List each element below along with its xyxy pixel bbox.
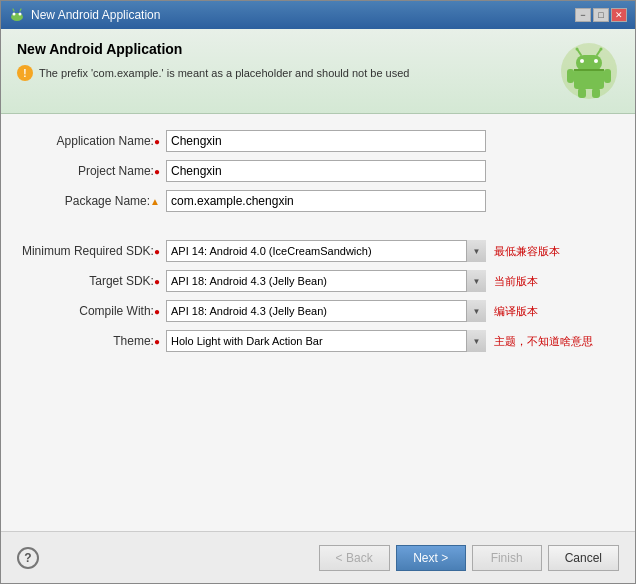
- svg-rect-15: [604, 69, 611, 83]
- form-section: Application Name:● Project Name:● Packag…: [1, 114, 635, 531]
- min-sdk-required: ●: [154, 246, 160, 257]
- theme-select[interactable]: Holo Light with Dark Action BarHolo Dark…: [166, 330, 486, 352]
- next-button[interactable]: Next >: [396, 545, 466, 571]
- svg-point-9: [594, 59, 598, 63]
- window-icon: [9, 7, 25, 23]
- compile-with-select[interactable]: API 14: Android 4.0 (IceCreamSandwich)AP…: [166, 300, 486, 322]
- package-warning-marker: ▲: [150, 196, 160, 207]
- target-sdk-dropdown-wrapper: API 14: Android 4.0 (IceCreamSandwich)AP…: [166, 270, 486, 292]
- theme-row: Theme:● Holo Light with Dark Action BarH…: [21, 330, 615, 352]
- app-name-required: ●: [154, 136, 160, 147]
- title-buttons: − □ ✕: [575, 8, 627, 22]
- svg-rect-17: [592, 88, 600, 98]
- theme-label: Theme:●: [21, 334, 166, 348]
- svg-point-8: [580, 59, 584, 63]
- target-sdk-required: ●: [154, 276, 160, 287]
- footer: ? < Back Next > Finish Cancel: [1, 531, 635, 583]
- target-sdk-label: Target SDK:●: [21, 274, 166, 288]
- min-sdk-label: Minimum Required SDK:●: [21, 244, 166, 258]
- minimize-button[interactable]: −: [575, 8, 591, 22]
- package-name-label: Package Name:▲: [21, 194, 166, 208]
- warning-text: The prefix 'com.example.' is meant as a …: [39, 67, 409, 79]
- theme-required: ●: [154, 336, 160, 347]
- window-title: New Android Application: [31, 8, 160, 22]
- app-name-row: Application Name:●: [21, 130, 615, 152]
- min-sdk-dropdown-wrapper: API 14: Android 4.0 (IceCreamSandwich)AP…: [166, 240, 486, 262]
- svg-point-1: [13, 13, 16, 16]
- project-name-label: Project Name:●: [21, 164, 166, 178]
- svg-point-2: [19, 13, 22, 16]
- package-name-input[interactable]: [166, 190, 486, 212]
- compile-annotation: 编译版本: [494, 304, 538, 319]
- svg-point-13: [600, 48, 603, 51]
- svg-rect-14: [567, 69, 574, 83]
- header-text-block: New Android Application ! The prefix 'co…: [17, 41, 549, 81]
- cancel-button[interactable]: Cancel: [548, 545, 619, 571]
- help-button[interactable]: ?: [17, 547, 39, 569]
- maximize-button[interactable]: □: [593, 8, 609, 22]
- package-name-row: Package Name:▲: [21, 190, 615, 212]
- target-sdk-annotation: 当前版本: [494, 274, 538, 289]
- finish-button[interactable]: Finish: [472, 545, 542, 571]
- compile-required: ●: [154, 306, 160, 317]
- warning-icon: !: [17, 65, 33, 81]
- project-name-input[interactable]: [166, 160, 486, 182]
- min-sdk-row: Minimum Required SDK:● API 14: Android 4…: [21, 240, 615, 262]
- footer-buttons: < Back Next > Finish Cancel: [319, 545, 619, 571]
- compile-with-row: Compile With:● API 14: Android 4.0 (IceC…: [21, 300, 615, 322]
- svg-rect-7: [576, 55, 602, 71]
- footer-left: ?: [17, 547, 39, 569]
- theme-dropdown-wrapper: Holo Light with Dark Action BarHolo Dark…: [166, 330, 486, 352]
- back-button[interactable]: < Back: [319, 545, 390, 571]
- svg-rect-6: [574, 69, 604, 89]
- project-name-row: Project Name:●: [21, 160, 615, 182]
- svg-rect-16: [578, 88, 586, 98]
- header-section: New Android Application ! The prefix 'co…: [1, 29, 635, 114]
- theme-annotation: 主题，不知道啥意思: [494, 334, 593, 349]
- compile-with-label: Compile With:●: [21, 304, 166, 318]
- dialog-title: New Android Application: [17, 41, 549, 57]
- app-name-label: Application Name:●: [21, 134, 166, 148]
- application-window: New Android Application − □ ✕ New Androi…: [0, 0, 636, 584]
- close-button[interactable]: ✕: [611, 8, 627, 22]
- svg-line-4: [20, 9, 21, 11]
- min-sdk-select[interactable]: API 14: Android 4.0 (IceCreamSandwich)AP…: [166, 240, 486, 262]
- svg-rect-18: [574, 69, 604, 71]
- title-bar-left: New Android Application: [9, 7, 160, 23]
- target-sdk-row: Target SDK:● API 14: Android 4.0 (IceCre…: [21, 270, 615, 292]
- svg-point-12: [576, 48, 579, 51]
- warning-row: ! The prefix 'com.example.' is meant as …: [17, 65, 549, 81]
- compile-dropdown-wrapper: API 14: Android 4.0 (IceCreamSandwich)AP…: [166, 300, 486, 322]
- svg-line-3: [13, 9, 14, 11]
- android-logo: [559, 41, 619, 101]
- content-area: New Android Application ! The prefix 'co…: [1, 29, 635, 583]
- target-sdk-select[interactable]: API 14: Android 4.0 (IceCreamSandwich)AP…: [166, 270, 486, 292]
- min-sdk-annotation: 最低兼容版本: [494, 244, 560, 259]
- app-name-input[interactable]: [166, 130, 486, 152]
- title-bar: New Android Application − □ ✕: [1, 1, 635, 29]
- project-name-required: ●: [154, 166, 160, 177]
